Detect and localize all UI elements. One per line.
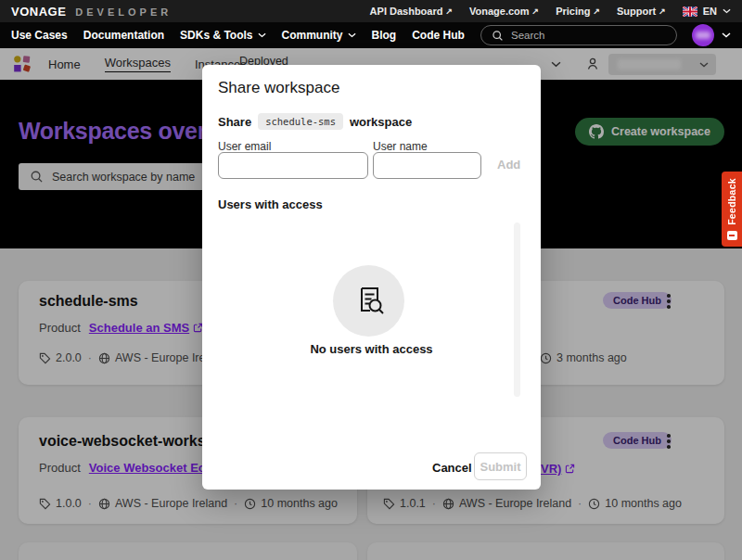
user-email-field[interactable]: [218, 152, 368, 179]
workspace-name-chip: schedule-sms: [258, 113, 343, 130]
submit-button[interactable]: Submit: [474, 452, 527, 480]
search-icon: [492, 30, 504, 42]
link-pricing[interactable]: Pricing↗: [556, 6, 600, 17]
link-api-dashboard[interactable]: API Dashboard↗: [370, 6, 453, 17]
external-arrow-icon: ↗: [593, 6, 600, 16]
language-label: EN: [703, 6, 717, 17]
nav-blog[interactable]: Blog: [372, 29, 397, 42]
chevron-down-icon: [348, 32, 356, 38]
share-prefix: Share: [218, 115, 251, 129]
main-nav: Use Cases Documentation SDKs & Tools Com…: [0, 22, 742, 48]
avatar[interactable]: [692, 24, 714, 46]
link-vonage-com[interactable]: Vonage.com↗: [469, 6, 539, 17]
chevron-down-icon: [723, 8, 731, 14]
external-arrow-icon: ↗: [659, 6, 666, 16]
modal-title: Share workspace: [218, 79, 339, 97]
user-email-label: User email: [218, 140, 271, 153]
avatar-blur: [696, 32, 710, 39]
cancel-button[interactable]: Cancel: [432, 461, 472, 475]
users-with-access-heading: Users with access: [218, 197, 323, 211]
chevron-down-icon[interactable]: [722, 32, 731, 38]
external-arrow-icon: ↗: [532, 6, 540, 16]
scrollbar[interactable]: [514, 223, 520, 397]
top-utility-bar: VONAGE DEVELOPER API Dashboard↗ Vonage.c…: [0, 0, 742, 22]
share-workspace-modal: Share workspace Share schedule-sms works…: [202, 65, 541, 490]
feedback-tab[interactable]: Feedback: [722, 172, 742, 247]
empty-state-illustration: [333, 265, 404, 337]
nav-documentation[interactable]: Documentation: [83, 29, 164, 42]
global-search-input[interactable]: [511, 30, 666, 41]
uk-flag-icon: [683, 6, 697, 17]
share-line: Share schedule-sms workspace: [218, 113, 412, 130]
brand-developer: DEVELOPER: [75, 6, 172, 18]
external-arrow-icon: ↗: [445, 6, 453, 16]
nav-use-cases[interactable]: Use Cases: [11, 29, 68, 42]
document-search-icon: [350, 282, 389, 321]
brand-vonage: VONAGE: [11, 5, 66, 19]
user-name-label: User name: [373, 140, 428, 153]
chevron-down-icon: [258, 32, 266, 38]
language-selector[interactable]: EN: [683, 6, 731, 17]
share-suffix: workspace: [350, 115, 412, 129]
empty-state-text: No users with access: [202, 342, 541, 356]
user-name-field[interactable]: [373, 152, 481, 179]
nav-sdks-tools[interactable]: SDKs & Tools: [180, 29, 265, 42]
nav-community[interactable]: Community: [282, 29, 356, 42]
screen: VONAGE DEVELOPER API Dashboard↗ Vonage.c…: [0, 0, 742, 560]
brand-logo[interactable]: VONAGE DEVELOPER: [11, 5, 172, 19]
link-support[interactable]: Support↗: [617, 6, 666, 17]
top-links: API Dashboard↗ Vonage.com↗ Pricing↗ Supp…: [370, 6, 731, 17]
add-user-button[interactable]: Add: [497, 158, 520, 172]
feedback-label: Feedback: [726, 178, 737, 225]
global-search[interactable]: [480, 25, 677, 45]
nav-code-hub[interactable]: Code Hub: [412, 29, 465, 42]
feedback-bubble-icon: [727, 231, 737, 240]
